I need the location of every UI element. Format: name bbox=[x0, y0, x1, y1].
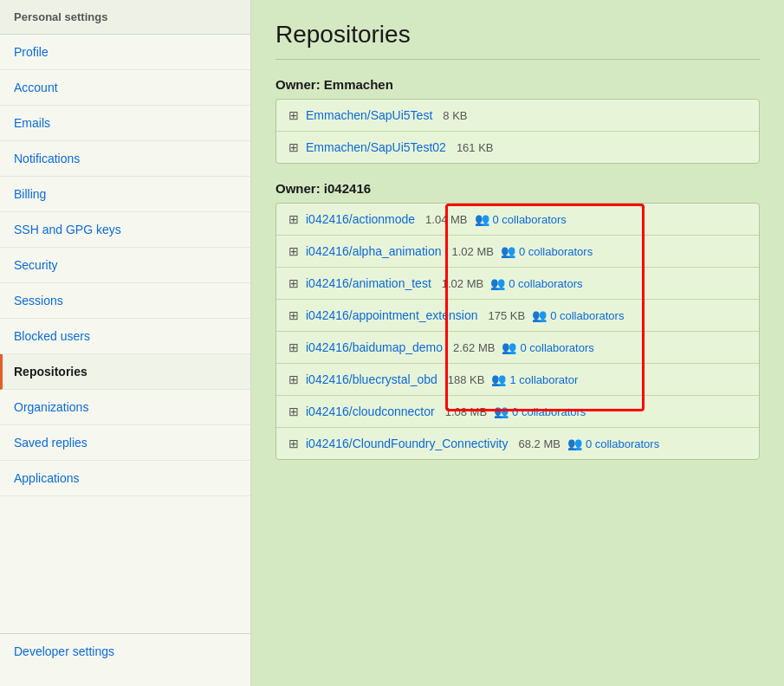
repo-size: 161 KB bbox=[457, 141, 494, 154]
repo-icon: ⊞ bbox=[288, 108, 299, 122]
sidebar-item-organizations[interactable]: Organizations bbox=[0, 390, 250, 425]
table-row: ⊞ i042416/appointment_extension 175 KB 👥… bbox=[276, 300, 759, 332]
owner-emmachen-section: Owner: Emmachen ⊞ Emmachen/SapUi5Test 8 … bbox=[275, 77, 760, 164]
collaborators-link[interactable]: 0 collaborators bbox=[586, 437, 659, 450]
repo-link[interactable]: i042416/alpha_animation bbox=[306, 244, 441, 258]
owner-i042416-section: Owner: i042416 ⊞ i042416/actionmode 1.04… bbox=[275, 181, 760, 460]
table-row: ⊞ i042416/baidumap_demo 2.62 MB 👥 0 coll… bbox=[276, 332, 759, 364]
sidebar-item-saved-replies[interactable]: Saved replies bbox=[0, 425, 250, 461]
repo-icon: ⊞ bbox=[288, 212, 299, 226]
table-row: ⊞ i042416/bluecrystal_obd 188 KB 👥 1 col… bbox=[276, 364, 759, 396]
collaborators-link[interactable]: 0 collaborators bbox=[493, 213, 567, 226]
collaborators-icon: 👥 bbox=[532, 308, 547, 322]
sidebar-item-account[interactable]: Account bbox=[0, 70, 250, 106]
table-row: ⊞ i042416/CloundFoundry_Connectivity 68.… bbox=[276, 428, 759, 459]
sidebar-footer: Developer settings bbox=[0, 633, 250, 669]
table-row: ⊞ i042416/cloudconnector 1.08 MB 👥 0 col… bbox=[276, 396, 759, 428]
repo-icon: ⊞ bbox=[288, 244, 299, 258]
page-title: Repositories bbox=[275, 21, 760, 49]
owner-emmachen-title: Owner: Emmachen bbox=[275, 77, 760, 92]
repo-size: 188 KB bbox=[448, 373, 485, 386]
collaborators-link[interactable]: 0 collaborators bbox=[512, 405, 586, 418]
repo-icon: ⊞ bbox=[288, 308, 299, 322]
repo-collaborators: 👥 0 collaborators bbox=[532, 308, 624, 322]
repo-collaborators: 👥 0 collaborators bbox=[475, 212, 567, 226]
collaborators-icon: 👥 bbox=[491, 372, 506, 386]
collaborators-icon: 👥 bbox=[475, 212, 489, 226]
repo-link[interactable]: i042416/cloudconnector bbox=[306, 404, 435, 418]
repo-size: 175 KB bbox=[489, 309, 526, 322]
table-row: ⊞ Emmachen/SapUi5Test 8 KB bbox=[276, 100, 759, 132]
owner-i042416-title: Owner: i042416 bbox=[275, 181, 760, 196]
collaborators-icon: 👥 bbox=[502, 340, 516, 354]
table-row: ⊞ Emmachen/SapUi5Test02 161 KB bbox=[276, 132, 759, 163]
main-content: Repositories Owner: Emmachen ⊞ Emmachen/… bbox=[251, 0, 784, 686]
repo-icon: ⊞ bbox=[288, 437, 299, 450]
repo-size: 1.02 MB bbox=[451, 245, 493, 258]
repo-collaborators: 👥 0 collaborators bbox=[490, 276, 582, 290]
sidebar-item-notifications[interactable]: Notifications bbox=[0, 141, 250, 177]
repo-size: 68.2 MB bbox=[518, 437, 560, 450]
sidebar: Personal settings Profile Account Emails… bbox=[0, 0, 251, 686]
repo-icon: ⊞ bbox=[288, 372, 299, 386]
repo-link[interactable]: i042416/actionmode bbox=[306, 212, 415, 226]
repo-collaborators: 👥 0 collaborators bbox=[494, 404, 586, 418]
repo-link[interactable]: i042416/appointment_extension bbox=[306, 308, 478, 322]
repo-icon: ⊞ bbox=[288, 404, 299, 418]
developer-settings-link[interactable]: Developer settings bbox=[14, 644, 114, 658]
repo-size: 1.02 MB bbox=[442, 277, 483, 290]
repo-link[interactable]: i042416/animation_test bbox=[306, 276, 431, 290]
repo-link[interactable]: i042416/CloundFoundry_Connectivity bbox=[306, 437, 508, 450]
table-row: ⊞ i042416/actionmode 1.04 MB 👥 0 collabo… bbox=[276, 204, 759, 236]
table-row: ⊞ i042416/animation_test 1.02 MB 👥 0 col… bbox=[276, 268, 759, 300]
collaborators-link[interactable]: 1 collaborator bbox=[509, 373, 578, 386]
repo-icon: ⊞ bbox=[288, 276, 299, 290]
sidebar-header: Personal settings bbox=[0, 0, 250, 35]
collaborators-link[interactable]: 0 collaborators bbox=[550, 309, 624, 322]
repo-size: 2.62 MB bbox=[453, 341, 495, 354]
repo-collaborators: 👥 1 collaborator bbox=[491, 372, 578, 386]
repo-size: 1.04 MB bbox=[425, 213, 467, 226]
collaborators-link[interactable]: 0 collaborators bbox=[520, 341, 593, 354]
repo-collaborators: 👥 0 collaborators bbox=[502, 340, 593, 354]
emmachen-repo-list: ⊞ Emmachen/SapUi5Test 8 KB ⊞ Emmachen/Sa… bbox=[275, 99, 760, 164]
collaborators-icon: 👥 bbox=[490, 276, 505, 290]
sidebar-item-ssh-gpg[interactable]: SSH and GPG keys bbox=[0, 212, 250, 248]
i042416-repo-list: ⊞ i042416/actionmode 1.04 MB 👥 0 collabo… bbox=[275, 203, 760, 460]
title-divider bbox=[275, 59, 760, 60]
repo-size: 8 KB bbox=[443, 109, 467, 122]
sidebar-item-applications[interactable]: Applications bbox=[0, 461, 250, 496]
repo-link[interactable]: i042416/bluecrystal_obd bbox=[306, 372, 437, 386]
repo-link[interactable]: Emmachen/SapUi5Test02 bbox=[306, 140, 446, 154]
repo-link[interactable]: i042416/baidumap_demo bbox=[306, 340, 443, 354]
sidebar-item-profile[interactable]: Profile bbox=[0, 35, 250, 70]
collaborators-link[interactable]: 0 collaborators bbox=[509, 277, 582, 290]
repo-icon: ⊞ bbox=[288, 340, 299, 354]
sidebar-item-sessions[interactable]: Sessions bbox=[0, 283, 250, 319]
sidebar-item-blocked-users[interactable]: Blocked users bbox=[0, 319, 250, 354]
table-row: ⊞ i042416/alpha_animation 1.02 MB 👥 0 co… bbox=[276, 236, 759, 268]
collaborators-link[interactable]: 0 collaborators bbox=[519, 245, 593, 258]
repo-size: 1.08 MB bbox=[445, 405, 487, 418]
collaborators-icon: 👥 bbox=[567, 437, 582, 450]
repo-link[interactable]: Emmachen/SapUi5Test bbox=[306, 108, 432, 122]
repo-collaborators: 👥 0 collaborators bbox=[501, 244, 593, 258]
collaborators-icon: 👥 bbox=[494, 404, 509, 418]
sidebar-item-emails[interactable]: Emails bbox=[0, 106, 250, 141]
sidebar-item-repositories[interactable]: Repositories bbox=[0, 354, 250, 390]
sidebar-item-billing[interactable]: Billing bbox=[0, 177, 250, 212]
repo-icon: ⊞ bbox=[288, 140, 299, 154]
collaborators-icon: 👥 bbox=[501, 244, 515, 258]
sidebar-item-security[interactable]: Security bbox=[0, 248, 250, 283]
repo-collaborators: 👥 0 collaborators bbox=[567, 437, 659, 450]
